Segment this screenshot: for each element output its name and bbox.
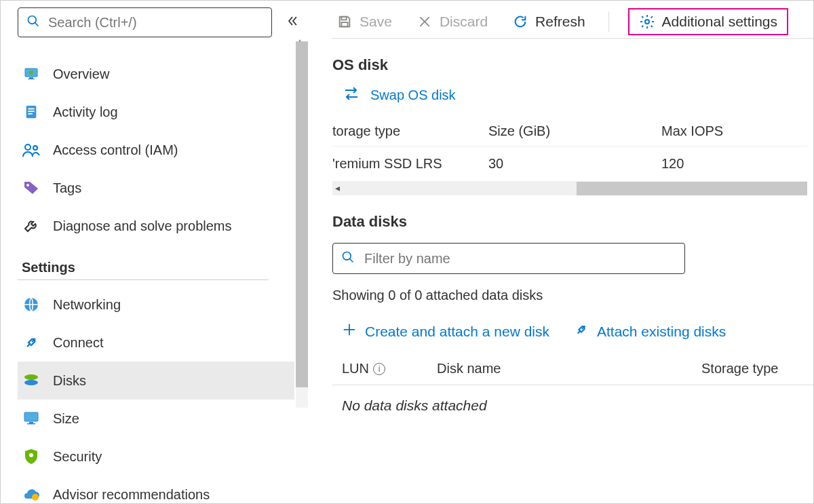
svg-rect-21: [341, 16, 346, 20]
filter-input[interactable]: [363, 250, 676, 267]
sidebar-item-label: Connect: [53, 335, 104, 351]
sidebar-item-label: Size: [53, 411, 79, 427]
data-disks-heading: Data disks: [332, 213, 813, 231]
svg-rect-8: [28, 111, 34, 112]
toolbar-divider: [608, 12, 609, 32]
sidebar-item-diagnose[interactable]: Diagnose and solve problems: [18, 207, 294, 245]
close-icon: [416, 14, 433, 30]
refresh-label: Refresh: [535, 14, 585, 30]
refresh-icon: [512, 14, 528, 30]
cell-max-iops: 120: [661, 156, 807, 172]
sidebar-item-advisor[interactable]: Advisor recommendations: [18, 476, 294, 504]
svg-point-14: [24, 374, 38, 380]
filter-by-name[interactable]: [332, 243, 685, 274]
cloud-icon: [22, 485, 41, 504]
sidebar-item-activity-log[interactable]: Activity log: [18, 93, 294, 131]
toolbar: Save Discard Refresh Additional settings: [332, 1, 813, 39]
svg-point-12: [26, 184, 29, 187]
sidebar-search-input[interactable]: [47, 14, 263, 31]
swap-os-disk-label: Swap OS disk: [370, 88, 456, 103]
log-icon: [22, 102, 41, 121]
globe-icon: [22, 295, 41, 314]
showing-count: Showing 0 of 0 attached data disks: [332, 288, 813, 303]
svg-line-1: [35, 23, 39, 26]
monitor2-icon: [22, 409, 41, 428]
sidebar-section-settings: Settings: [22, 260, 294, 275]
wrench-icon: [22, 216, 41, 235]
search-icon: [341, 250, 355, 267]
main-content: Save Discard Refresh Additional settings…: [309, 1, 813, 503]
svg-rect-17: [29, 422, 33, 423]
col-storage-type: torage type: [332, 123, 488, 139]
cell-size: 30: [488, 156, 661, 172]
svg-point-10: [25, 144, 31, 150]
data-disks-table-header: LUN i Disk name Storage type: [332, 354, 813, 385]
collapse-sidebar-button[interactable]: [282, 10, 303, 35]
col-lun: LUN i: [342, 361, 437, 376]
refresh-button[interactable]: Refresh: [508, 11, 589, 33]
col-storage-type: Storage type: [701, 361, 813, 376]
sidebar-item-label: Activity log: [53, 104, 118, 120]
save-label: Save: [360, 14, 392, 30]
svg-point-19: [29, 453, 33, 457]
discard-label: Discard: [440, 14, 488, 30]
sidebar-item-label: Tags: [53, 180, 81, 196]
attach-existing-disks-button[interactable]: Attach existing disks: [574, 322, 726, 341]
sidebar-item-overview[interactable]: Overview: [18, 55, 294, 93]
tag-icon: [22, 178, 41, 197]
col-disk-name: Disk name: [437, 361, 701, 376]
search-icon: [26, 14, 40, 31]
no-data-disks-message: No data disks attached: [332, 385, 813, 414]
additional-settings-label: Additional settings: [662, 14, 777, 30]
sidebar-item-label: Networking: [53, 297, 121, 313]
svg-point-5: [29, 71, 33, 75]
sidebar: Overview Activity log Access control (IA…: [1, 1, 309, 503]
os-disk-table: torage type Size (GiB) Max IOPS 'remium …: [332, 119, 807, 195]
svg-rect-3: [29, 77, 33, 79]
shield-icon: [22, 447, 41, 466]
svg-rect-22: [341, 22, 347, 26]
col-max-iops: Max IOPS: [661, 123, 807, 139]
gear-icon: [639, 14, 655, 30]
monitor-icon: [22, 64, 41, 83]
disks-icon: [22, 371, 41, 390]
save-icon: [336, 14, 353, 30]
svg-point-20: [32, 494, 39, 501]
svg-point-25: [645, 20, 649, 24]
sidebar-item-disks[interactable]: Disks: [18, 362, 294, 400]
cell-storage-type: 'remium SSD LRS: [332, 156, 488, 172]
svg-rect-18: [27, 423, 35, 425]
create-attach-label: Create and attach a new disk: [365, 324, 549, 340]
svg-point-0: [28, 16, 37, 24]
col-size: Size (GiB): [488, 123, 661, 139]
plug-icon: [574, 322, 589, 341]
swap-os-disk-button[interactable]: Swap OS disk: [343, 86, 813, 104]
create-attach-disk-button[interactable]: Create and attach a new disk: [342, 322, 549, 341]
attach-existing-label: Attach existing disks: [597, 324, 726, 340]
people-icon: [22, 140, 41, 159]
os-disk-horizontal-scrollbar[interactable]: ◂: [332, 182, 807, 195]
save-button[interactable]: Save: [332, 11, 396, 33]
sidebar-item-label: Overview: [53, 66, 109, 82]
svg-point-15: [24, 380, 38, 385]
svg-point-26: [343, 252, 351, 260]
divider: [18, 279, 269, 280]
highlighted-additional-settings: Additional settings: [628, 8, 788, 35]
info-icon[interactable]: i: [373, 363, 385, 375]
sidebar-item-connect[interactable]: Connect: [18, 324, 294, 362]
discard-button[interactable]: Discard: [412, 11, 492, 33]
sidebar-scrollbar[interactable]: ▴: [296, 41, 308, 408]
svg-line-27: [350, 259, 353, 263]
svg-rect-4: [28, 79, 35, 79]
sidebar-item-networking[interactable]: Networking: [18, 286, 294, 324]
os-disk-row[interactable]: 'remium SSD LRS 30 120: [332, 147, 807, 182]
additional-settings-button[interactable]: Additional settings: [635, 11, 781, 33]
sidebar-item-security[interactable]: Security: [18, 438, 294, 476]
sidebar-item-label: Security: [53, 449, 102, 465]
sidebar-search[interactable]: [18, 7, 272, 37]
sidebar-item-tags[interactable]: Tags: [18, 169, 294, 207]
os-disk-heading: OS disk: [332, 56, 813, 74]
sidebar-item-label: Diagnose and solve problems: [53, 218, 232, 234]
sidebar-item-size[interactable]: Size: [18, 400, 294, 438]
sidebar-item-access-control[interactable]: Access control (IAM): [18, 131, 294, 169]
